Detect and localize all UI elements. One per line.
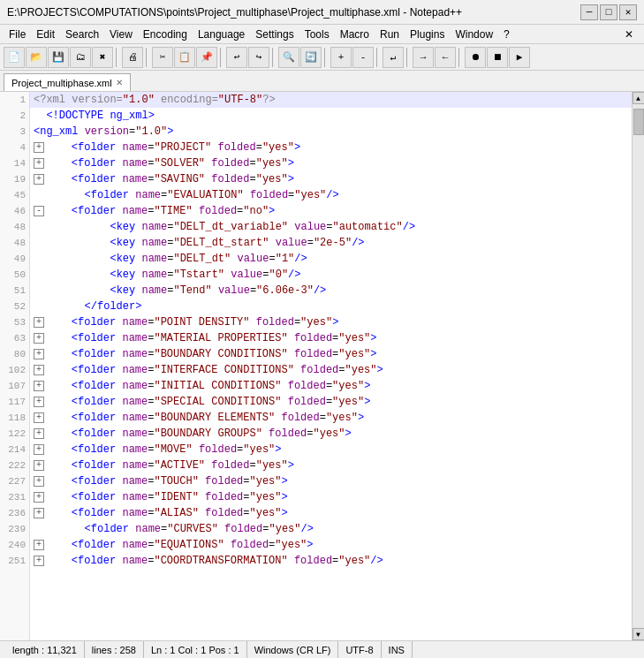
fold-icon[interactable]: + [34, 492, 44, 503]
scroll-up-arrow[interactable]: ▲ [633, 92, 645, 104]
save-button[interactable]: 💾 [48, 47, 69, 68]
code-line[interactable]: + <folder name="MOVE" folded="yes"> [30, 442, 632, 458]
fold-icon[interactable]: + [34, 381, 44, 391]
title-bar: E:\PROJECTS\COMPUTATIONS\points\Project_… [0, 0, 644, 25]
menu-file[interactable]: File [4, 26, 31, 42]
code-line[interactable]: + <folder name="INTERFACE CONDITIONS" fo… [30, 362, 632, 378]
scroll-down-arrow[interactable]: ▼ [633, 628, 645, 640]
code-line[interactable]: + <folder name="SOLVER" folded="yes"> [30, 155, 632, 171]
close-window-button[interactable]: ✕ [619, 4, 637, 20]
code-line[interactable]: </folder> [30, 299, 632, 314]
menu-tools[interactable]: Tools [299, 26, 335, 42]
cut-button[interactable]: ✂ [152, 47, 173, 68]
minimize-button[interactable]: ─ [580, 4, 598, 20]
code-line[interactable]: - <folder name="TIME" folded="no"> [30, 203, 632, 219]
code-line[interactable]: + <folder name="BOUNDARY CONDITIONS" fol… [30, 346, 632, 362]
code-line[interactable]: + <folder name="MATERIAL PROPERTIES" fol… [30, 330, 632, 346]
fold-icon[interactable]: + [34, 317, 44, 328]
save-all-button[interactable]: 🗂 [70, 47, 91, 68]
fold-icon[interactable]: + [34, 428, 44, 439]
copy-button[interactable]: 📋 [174, 47, 195, 68]
tab-close-icon[interactable]: ✕ [116, 78, 123, 87]
code-line[interactable]: <ng_xml version="1.0"> [30, 124, 632, 140]
code-line[interactable]: <key name="DELT_dt_start" value="2e-5"/> [30, 235, 632, 251]
open-button[interactable]: 📂 [26, 47, 47, 68]
code-line[interactable]: + <folder name="SAVING" folded="yes"> [30, 171, 632, 187]
fold-icon[interactable]: + [34, 508, 44, 518]
menu-macro[interactable]: Macro [335, 26, 375, 42]
fold-icon[interactable]: + [34, 174, 44, 185]
code-line[interactable]: <folder name="CURVES" folded="yes"/> [30, 521, 632, 537]
fold-icon[interactable]: + [34, 540, 44, 550]
status-mode: INS [382, 641, 413, 658]
code-line[interactable]: + <folder name="PROJECT" folded="yes"> [30, 140, 632, 155]
menu-window[interactable]: Window [450, 26, 498, 42]
macro-rec-button[interactable]: ⏺ [465, 47, 486, 68]
menu-view[interactable]: View [104, 26, 138, 42]
scroll-thumb[interactable] [633, 109, 644, 135]
fold-icon[interactable]: + [34, 556, 44, 566]
code-line[interactable]: <folder name="EVALUATION" folded="yes"/> [30, 187, 632, 203]
macro-stop-button[interactable]: ⏹ [487, 47, 508, 68]
code-text: <folder name="INTERFACE CONDITIONS" fold… [46, 362, 383, 378]
code-line[interactable]: + <folder name="ALIAS" folded="yes"> [30, 505, 632, 521]
code-line[interactable]: + <folder name="EQUATIONS" folded="yes"> [30, 537, 632, 553]
tab-project-multiphase[interactable]: Project_multiphase.xml ✕ [4, 73, 131, 91]
menu-help[interactable]: ? [498, 26, 515, 42]
menu-encoding[interactable]: Encoding [138, 26, 193, 42]
code-line[interactable]: + <folder name="BOUNDARY GROUPS" folded=… [30, 426, 632, 442]
menu-language[interactable]: Language [193, 26, 250, 42]
scroll-track[interactable] [633, 104, 645, 628]
indent-button[interactable]: → [413, 47, 434, 68]
code-line[interactable]: + <folder name="ACTIVE" folded="yes"> [30, 458, 632, 473]
code-line[interactable]: + <folder name="INITIAL CONDITIONS" fold… [30, 378, 632, 394]
code-line[interactable]: <key name="Tstart" value="0"/> [30, 267, 632, 283]
print-button[interactable]: 🖨 [122, 47, 143, 68]
fold-icon[interactable]: + [34, 444, 44, 455]
code-line[interactable]: + <folder name="BOUNDARY ELEMENTS" folde… [30, 410, 632, 426]
code-line[interactable]: + <folder name="TOUCH" folded="yes"> [30, 473, 632, 489]
macro-play-button[interactable]: ▶ [509, 47, 530, 68]
menu-settings[interactable]: Settings [250, 26, 299, 42]
fold-icon[interactable]: + [34, 460, 44, 471]
fold-icon[interactable]: - [34, 206, 44, 216]
code-line[interactable]: <!DOCTYPE ng_xml> [30, 108, 632, 124]
fold-icon[interactable]: + [34, 158, 44, 169]
code-line[interactable]: + <folder name="IDENT" folded="yes"> [30, 489, 632, 505]
fold-icon[interactable]: + [34, 412, 44, 423]
new-button[interactable]: 📄 [4, 47, 25, 68]
close-button[interactable]: ✖ [92, 47, 113, 68]
menu-close-button[interactable]: ✕ [617, 26, 640, 42]
menu-run[interactable]: Run [375, 26, 405, 42]
toolbar-sep-7 [406, 48, 410, 67]
redo-button[interactable]: ↪ [248, 47, 269, 68]
vertical-scrollbar[interactable]: ▲ ▼ [632, 92, 644, 640]
fold-icon[interactable]: + [34, 476, 44, 487]
replace-button[interactable]: 🔄 [300, 47, 322, 68]
code-area[interactable]: <?xml version="1.0" encoding="UTF-8"?> <… [30, 92, 632, 640]
menu-search[interactable]: Search [60, 26, 104, 42]
zoom-out-button[interactable]: - [352, 47, 374, 68]
fold-icon[interactable]: + [34, 365, 44, 375]
wrap-button[interactable]: ↵ [383, 47, 404, 68]
code-line[interactable]: + <folder name="COORDTRANSFORMATION" fol… [30, 553, 632, 569]
code-line[interactable]: <key name="DELT_dt" value="1"/> [30, 251, 632, 267]
menu-plugins[interactable]: Plugins [405, 26, 450, 42]
undo-button[interactable]: ↩ [226, 47, 247, 68]
code-line[interactable]: <key name="Tend" value="6.06e-3"/> [30, 283, 632, 299]
outdent-button[interactable]: ← [435, 47, 456, 68]
maximize-button[interactable]: □ [600, 4, 617, 20]
code-text: <folder name="INITIAL CONDITIONS" folded… [46, 378, 370, 394]
fold-icon[interactable]: + [34, 397, 44, 407]
code-line[interactable]: + <folder name="POINT DENSITY" folded="y… [30, 314, 632, 330]
code-line[interactable]: + <folder name="SPECIAL CONDITIONS" fold… [30, 394, 632, 410]
fold-icon[interactable]: + [34, 333, 44, 344]
fold-icon[interactable]: + [34, 142, 44, 153]
paste-button[interactable]: 📌 [196, 47, 217, 68]
code-line[interactable]: <?xml version="1.0" encoding="UTF-8"?> [30, 92, 632, 108]
zoom-in-button[interactable]: + [330, 47, 352, 68]
fold-icon[interactable]: + [34, 349, 44, 359]
code-line[interactable]: <key name="DELT_dt_variable" value="auto… [30, 219, 632, 235]
find-button[interactable]: 🔍 [278, 47, 299, 68]
menu-edit[interactable]: Edit [31, 26, 60, 42]
